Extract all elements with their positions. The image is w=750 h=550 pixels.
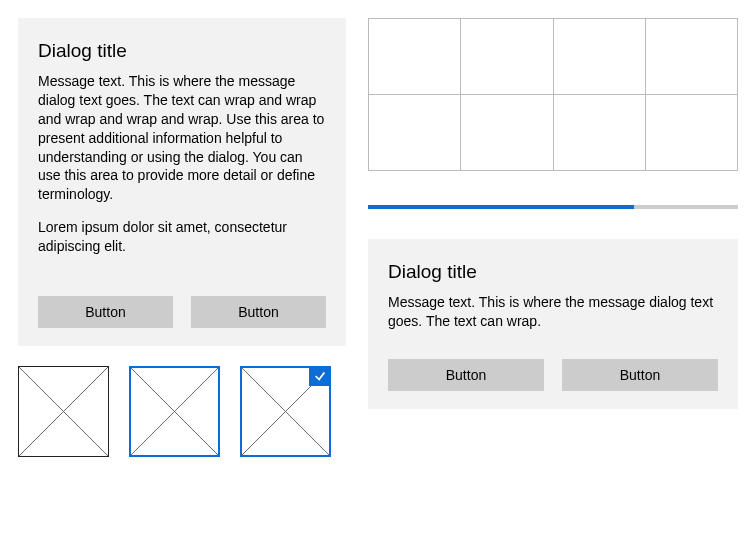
check-badge	[309, 366, 331, 386]
table-row	[369, 19, 738, 95]
dialog-message: Message text. This is where the message …	[388, 293, 718, 331]
dialog-title: Dialog title	[388, 261, 718, 283]
image-thumb-default[interactable]	[18, 366, 109, 457]
dialog-title: Dialog title	[38, 40, 326, 62]
placeholder-icon	[19, 367, 108, 456]
grid-cell[interactable]	[553, 19, 645, 95]
grid-cell[interactable]	[553, 95, 645, 171]
image-thumb-selected-checked[interactable]	[240, 366, 331, 457]
dialog-message-1: Message text. This is where the message …	[38, 72, 326, 204]
grid-cell[interactable]	[461, 95, 553, 171]
image-thumb-selected[interactable]	[129, 366, 220, 457]
dialog-message-2: Lorem ipsum dolor sit amet, consectetur …	[38, 218, 326, 256]
progress-fill	[368, 205, 634, 209]
check-icon	[313, 369, 327, 383]
placeholder-icon	[131, 368, 218, 455]
dialog-button-2[interactable]: Button	[191, 296, 326, 328]
dialog-small: Dialog title Message text. This is where…	[368, 239, 738, 409]
dialog-button-row: Button Button	[38, 296, 326, 328]
dialog-button-2[interactable]: Button	[562, 359, 718, 391]
grid-cell[interactable]	[369, 19, 461, 95]
table-row	[369, 95, 738, 171]
dialog-button-1[interactable]: Button	[388, 359, 544, 391]
grid-cell[interactable]	[369, 95, 461, 171]
grid-cell[interactable]	[645, 19, 737, 95]
image-selection-row	[18, 366, 346, 457]
dialog-large: Dialog title Message text. This is where…	[18, 18, 346, 346]
dialog-button-1[interactable]: Button	[38, 296, 173, 328]
grid-cell[interactable]	[645, 95, 737, 171]
dialog-button-row: Button Button	[388, 359, 718, 391]
data-grid	[368, 18, 738, 171]
progress-bar	[368, 205, 738, 209]
grid-cell[interactable]	[461, 19, 553, 95]
